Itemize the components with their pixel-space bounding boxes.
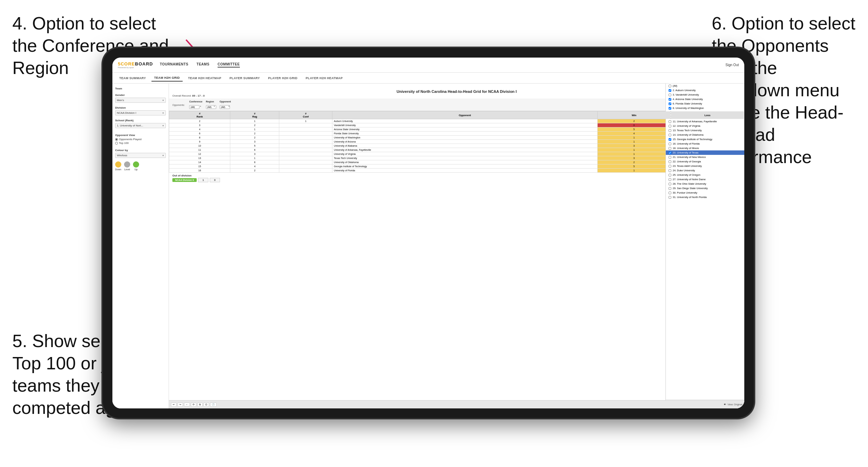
sidebar-division-section: Division NCAA Division I	[115, 106, 166, 115]
table-row[interactable]: 6 2 Florida State University 4 2	[169, 132, 744, 136]
dropdown-item[interactable]: 21. University of New Mexico	[666, 155, 744, 159]
dropdown-item[interactable]: 16. University of Florida	[666, 142, 744, 146]
cell-opponent: Georgia Institute of Technology	[332, 164, 597, 169]
dropdown-item[interactable]: 28. The Ohio State University	[666, 182, 744, 186]
canvas-title: University of North Carolina Head-to-Hea…	[172, 89, 741, 94]
dropdown-checkbox[interactable]	[669, 151, 671, 154]
dropdown-list[interactable]: (All)2. Auburn University3. Vanderbilt U…	[666, 111, 744, 400]
sidebar-division-select[interactable]: NCAA Division I	[115, 110, 166, 115]
dropdown-checkbox[interactable]	[669, 129, 671, 132]
conference-select-wrapper[interactable]: (All)	[189, 103, 203, 109]
dropdown-item[interactable]: 22. University of Georgia	[666, 159, 744, 164]
dropdown-checkbox[interactable]	[669, 156, 671, 159]
radio-opponents-played[interactable]: Opponents Played	[115, 138, 166, 141]
dropdown-item[interactable]: 30. Purdue University	[666, 191, 744, 195]
cell-conf	[279, 169, 332, 173]
dropdown-item[interactable]: 18. University of Illinois	[666, 146, 744, 150]
canvas-records: Overall Record: 89 - 17 - 0 Division Rec…	[172, 94, 741, 97]
table-row[interactable]: 16 2 University of Florida 1 1	[169, 169, 744, 173]
dropdown-checkbox[interactable]	[669, 147, 671, 150]
nav-committee[interactable]: COMMITTEE	[218, 62, 240, 67]
cell-opponent: University of Alabama	[332, 144, 597, 148]
table-row[interactable]: 3 2 Vanderbilt University 0 4	[169, 123, 744, 127]
sidebar-school-label: School (Rank)	[115, 119, 166, 122]
sidebar-colour-select[interactable]: Win/loss	[115, 153, 166, 158]
filter-region: Region (All)	[206, 100, 216, 109]
legend: Down Level Up	[115, 161, 166, 171]
dropdown-item[interactable]: 13. Texas Tech University	[666, 128, 744, 133]
dropdown-item[interactable]: 29. San Diego State University	[666, 186, 744, 191]
cell-win: 1	[597, 136, 671, 140]
dropdown-checkbox[interactable]	[669, 160, 671, 163]
overall-record: Overall Record: 89 - 17 - 0	[172, 94, 205, 97]
th-opponent: Opponent	[332, 111, 597, 119]
nav-signout[interactable]: Sign Out	[725, 63, 739, 67]
opponent-select[interactable]: (All)	[220, 105, 230, 109]
table-row[interactable]: 9 3 University of Arizona 1 0	[169, 140, 744, 144]
dropdown-item-label: 13. Texas Tech University	[673, 129, 702, 132]
sidebar-school-select[interactable]: 1. University of Nort...	[115, 123, 166, 128]
dropdown-item[interactable]: 31. University of North Florida	[666, 195, 744, 199]
dropdown-item[interactable]: 20. University of Texas	[666, 150, 744, 155]
dropdown-checkbox[interactable]	[669, 169, 671, 172]
sidebar-gender-select[interactable]: Men's	[115, 98, 166, 103]
cell-win: 5	[597, 164, 671, 169]
cell-rag: 1	[230, 119, 279, 123]
tab-team-summary[interactable]: TEAM SUMMARY	[117, 75, 149, 81]
table-row[interactable]: 8 2 University of Washington 1 0	[169, 136, 744, 140]
table-row[interactable]: 13 1 Texas Tech University 3 0	[169, 156, 744, 160]
dropdown-item[interactable]: 23. Texas A&M University	[666, 164, 744, 168]
table-row[interactable]: 14 6 University of Oklahoma 2 2	[169, 160, 744, 164]
tab-player-summary[interactable]: PLAYER SUMMARY	[227, 75, 263, 81]
table-row[interactable]: 2 1 1 Auburn University 2 1	[169, 119, 744, 123]
dropdown-item-label: 23. Texas A&M University	[673, 164, 702, 168]
table-header-row: #Rank #Rag #Conf Opponent Win Loss	[169, 111, 744, 119]
region-select-wrapper[interactable]: (All)	[206, 103, 216, 109]
tab-team-h2h-grid[interactable]: TEAM H2H GRID	[151, 75, 183, 82]
cell-conf	[279, 132, 332, 136]
table-row[interactable]: 4 1 Arizona State University 5 1	[169, 127, 744, 132]
conference-select[interactable]: (All)	[189, 105, 199, 109]
dropdown-checkbox[interactable]	[669, 174, 671, 176]
dropdown-checkbox[interactable]	[669, 196, 671, 199]
region-select[interactable]: (All)	[206, 105, 216, 109]
tab-team-h2h-heatmap[interactable]: TEAM H2H HEATMAP	[185, 75, 224, 81]
cell-opponent: University of Washington	[332, 136, 597, 140]
dropdown-checkbox[interactable]	[669, 138, 671, 141]
dropdown-item[interactable]: 24. Duke University	[666, 168, 744, 173]
dropdown-checkbox[interactable]	[669, 165, 671, 168]
dropdown-checkbox[interactable]	[669, 192, 671, 194]
dropdown-checkbox[interactable]	[669, 143, 671, 145]
dropdown-item[interactable]: 11. University of Arkansas, Fayetteville	[666, 119, 744, 124]
table-row[interactable]: 11 6 University of Arkansas, Fayettevill…	[169, 148, 744, 152]
tab-player-h2h-grid[interactable]: PLAYER H2H GRID	[265, 75, 300, 81]
dropdown-item[interactable]: 25. University of Oregon	[666, 173, 744, 177]
table-row[interactable]: 10 5 University of Alabama 3 0	[169, 144, 744, 148]
legend-down: Down	[115, 161, 121, 171]
cell-conf	[279, 127, 332, 132]
timestamp: Last Updated: 4/9/2014 16:55:38	[172, 86, 741, 89]
sidebar-opponent-view-section: Opponent View Opponents Played Top 100	[115, 134, 166, 145]
dropdown-item[interactable]: 12. University of Virginia	[666, 124, 744, 128]
nav-tournaments[interactable]: TOURNAMENTS	[160, 62, 188, 67]
dropdown-checkbox[interactable]	[669, 134, 671, 136]
dropdown-checkbox[interactable]	[669, 125, 671, 127]
cell-rank: 3	[169, 123, 230, 127]
data-table-container[interactable]: #Rank #Rag #Conf Opponent Win Loss	[169, 111, 744, 173]
overall-record-label: Overall Record:	[172, 94, 192, 97]
dropdown-item[interactable]: 27. University of Notre Dame	[666, 177, 744, 182]
dropdown-checkbox[interactable]	[669, 187, 671, 190]
tab-player-h2h-heatmap[interactable]: PLAYER H2H HEATMAP	[303, 75, 345, 81]
dropdown-item[interactable]: 14. University of Oklahoma	[666, 133, 744, 137]
radio-top100[interactable]: Top 100	[115, 142, 166, 145]
nav-teams[interactable]: TEAMS	[197, 62, 210, 67]
dropdown-item-label: 11. University of Arkansas, Fayetteville	[673, 120, 717, 123]
dropdown-checkbox[interactable]	[669, 178, 671, 181]
opponent-select-wrapper[interactable]: (All)	[220, 103, 231, 109]
dropdown-item[interactable]: 15. Georgia Institute of Technology	[666, 137, 744, 142]
table-row[interactable]: 15 4 Georgia Institute of Technology 5 1	[169, 164, 744, 169]
dropdown-checkbox[interactable]	[669, 183, 671, 185]
sidebar-colour-section: Colour by Win/loss	[115, 149, 166, 158]
table-row[interactable]: 12 3 University of Virginia 1 0	[169, 152, 744, 156]
dropdown-checkbox[interactable]	[669, 120, 671, 123]
